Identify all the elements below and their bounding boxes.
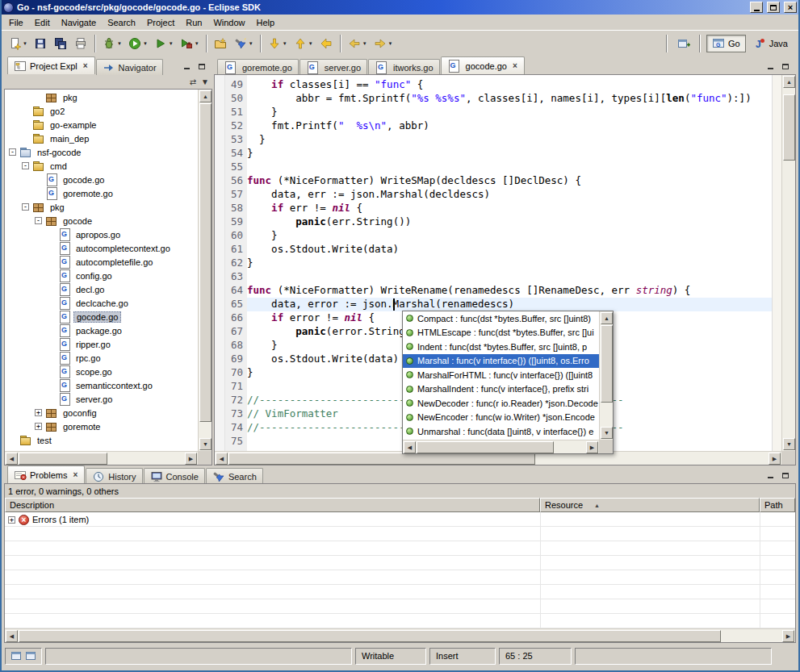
tree-item-goremote[interactable]: +goremote <box>6 419 197 433</box>
editor-vertical-scrollbar[interactable]: ▲ ▼ <box>781 75 795 451</box>
tree-horizontal-scrollbar[interactable]: ◀ ▶ <box>5 451 198 465</box>
completion-item[interactable]: MarshalIndent : func(v interface{}, pref… <box>403 382 599 397</box>
code-line-54[interactable]: } <box>247 147 772 161</box>
menu-window[interactable]: Window <box>207 16 250 29</box>
completion-item[interactable]: Indent : func(dst *bytes.Buffer, src []u… <box>403 340 599 354</box>
code-line-59[interactable]: panic(err.String()) <box>247 215 772 229</box>
tree-item-declcache-go[interactable]: declcache.go <box>6 296 197 310</box>
new-go-element-button[interactable] <box>212 35 230 53</box>
minimize-view-button[interactable] <box>764 61 777 72</box>
new-wizard-button[interactable]: ▼ <box>6 35 30 53</box>
code-line-62[interactable]: } <box>247 257 772 270</box>
expand-icon[interactable]: + <box>35 423 44 430</box>
prev-annotation-button[interactable]: ▼ <box>291 35 316 53</box>
dropdown-arrow-icon[interactable]: ▼ <box>388 41 393 46</box>
maximize-button[interactable] <box>767 2 780 13</box>
popup-horizontal-scrollbar[interactable]: ◀ ▶ <box>403 440 599 453</box>
tab-goremote-go[interactable]: goremote.go <box>217 59 299 75</box>
tree-item-apropos-go[interactable]: apropos.go <box>6 227 197 241</box>
maximize-view-button[interactable] <box>779 61 792 72</box>
menu-run[interactable]: Run <box>180 16 207 29</box>
debug-button[interactable]: ▼ <box>100 35 124 53</box>
completion-item[interactable]: Marshal : func(v interface{}) ([]uint8, … <box>403 354 599 369</box>
menu-project[interactable]: Project <box>141 16 180 29</box>
tree-item-goremote-go[interactable]: goremote.go <box>6 186 197 200</box>
scroll-up-icon[interactable]: ▲ <box>199 90 212 102</box>
tree-vertical-scrollbar[interactable]: ▲ ▼ <box>198 90 212 451</box>
tree-item-test[interactable]: test <box>6 433 197 447</box>
collapse-icon[interactable]: - <box>22 203 31 211</box>
completion-item[interactable]: HTMLEscape : func(dst *bytes.Buffer, src… <box>403 326 599 340</box>
tree-item-pkg[interactable]: -pkg <box>6 200 197 214</box>
code-line-63[interactable] <box>247 270 772 284</box>
scroll-down-icon[interactable]: ▼ <box>601 427 613 439</box>
code-line-53[interactable]: } <box>247 133 772 147</box>
completion-item[interactable]: NewEncoder : func(w io.Writer) *json.Enc… <box>403 411 599 425</box>
code-line-51[interactable]: } <box>247 106 772 119</box>
tree-item-pkg[interactable]: pkg <box>6 90 197 104</box>
dropdown-arrow-icon[interactable]: ▼ <box>169 41 174 46</box>
scrollbar-thumb[interactable] <box>199 103 212 422</box>
problems-table-body[interactable]: +Errors (1 item) <box>5 512 795 628</box>
tree-item-decl-go[interactable]: decl.go <box>6 282 197 296</box>
tree-item-gocode[interactable]: -gocode <box>6 214 197 227</box>
dropdown-arrow-icon[interactable]: ▼ <box>362 41 367 46</box>
menu-search[interactable]: Search <box>102 16 141 29</box>
scroll-left-icon[interactable]: ◀ <box>6 630 18 642</box>
scroll-down-icon[interactable]: ▼ <box>199 438 212 450</box>
scroll-left-icon[interactable]: ◀ <box>404 441 416 453</box>
dropdown-arrow-icon[interactable]: ▼ <box>143 41 148 46</box>
code-line-49[interactable]: if classes[i] == "func" { <box>247 78 772 92</box>
menu-edit[interactable]: Edit <box>29 16 56 29</box>
link-with-editor-icon[interactable]: ⇄ <box>190 77 196 86</box>
scrollbar-thumb[interactable] <box>228 453 535 465</box>
code-line-55[interactable] <box>247 161 772 174</box>
close-button[interactable]: × <box>784 2 797 13</box>
collapse-icon[interactable]: - <box>22 162 31 169</box>
minimize-view-button[interactable] <box>180 61 193 72</box>
scroll-left-icon[interactable]: ◀ <box>216 453 228 465</box>
completion-item[interactable]: Unmarshal : func(data []uint8, v interfa… <box>403 424 599 439</box>
view-menu-icon[interactable]: ▼ <box>201 77 209 86</box>
completion-item[interactable]: Compact : func(dst *bytes.Buffer, src []… <box>403 311 599 326</box>
back-button[interactable]: ▼ <box>346 35 370 53</box>
code-line-65[interactable]: data, error := json.Marshal(renamedescs) <box>247 298 772 311</box>
dropdown-arrow-icon[interactable]: ▼ <box>283 41 287 46</box>
scroll-right-icon[interactable]: ▶ <box>769 453 781 465</box>
code-line-50[interactable]: abbr = fmt.Sprintf("%s %s%s", classes[i]… <box>247 92 772 106</box>
code-line-58[interactable]: if err != nil { <box>247 202 772 215</box>
perspective-go-button[interactable]: GGo <box>706 35 746 52</box>
scrollbar-thumb[interactable] <box>19 630 721 642</box>
problems-row-errors-1-item-[interactable]: +Errors (1 item) <box>5 512 795 527</box>
scroll-left-icon[interactable]: ◀ <box>6 453 18 465</box>
tab-server-go[interactable]: server.go <box>299 59 367 75</box>
show-editor-icon[interactable] <box>10 650 22 662</box>
tree-item-cmd[interactable]: -cmd <box>6 159 197 173</box>
close-tab-icon[interactable]: × <box>512 61 518 70</box>
tree-item-autocompletefile-go[interactable]: autocompletefile.go <box>6 255 197 269</box>
overview-ruler[interactable] <box>772 75 781 451</box>
save-button[interactable] <box>31 35 50 53</box>
fast-view-icon[interactable] <box>25 650 36 662</box>
problems-horizontal-scrollbar[interactable]: ◀ ▶ <box>5 628 795 642</box>
dropdown-arrow-icon[interactable]: ▼ <box>195 41 199 46</box>
tab-problems[interactable]: Problems× <box>7 465 85 483</box>
tab-console[interactable]: Console <box>144 468 205 484</box>
code-line-60[interactable]: } <box>247 229 772 243</box>
tab-search[interactable]: Search <box>206 468 263 484</box>
completion-item[interactable]: NewDecoder : func(r io.Reader) *json.Dec… <box>403 396 599 411</box>
menu-navigate[interactable]: Navigate <box>56 16 102 29</box>
menu-help[interactable]: Help <box>251 16 281 29</box>
scrollbar-thumb[interactable] <box>783 94 795 161</box>
scrollbar-thumb[interactable] <box>19 453 107 465</box>
scroll-up-icon[interactable]: ▲ <box>601 312 613 324</box>
tree-item-gocode-go[interactable]: gocode.go <box>6 310 197 323</box>
tree-item-autocompletecontext-go[interactable]: autocompletecontext.go <box>6 241 197 255</box>
scrollbar-thumb[interactable] <box>601 325 613 403</box>
code-line-64[interactable]: func (*NiceFormatter) WriteRename(rename… <box>247 284 772 298</box>
column-header-resource[interactable]: Resource▲ <box>540 498 760 512</box>
expand-icon[interactable]: + <box>8 516 15 524</box>
maximize-view-button[interactable] <box>195 61 208 72</box>
external-tools-button[interactable]: ▼ <box>178 35 202 53</box>
tree-item-server-go[interactable]: server.go <box>6 392 197 406</box>
